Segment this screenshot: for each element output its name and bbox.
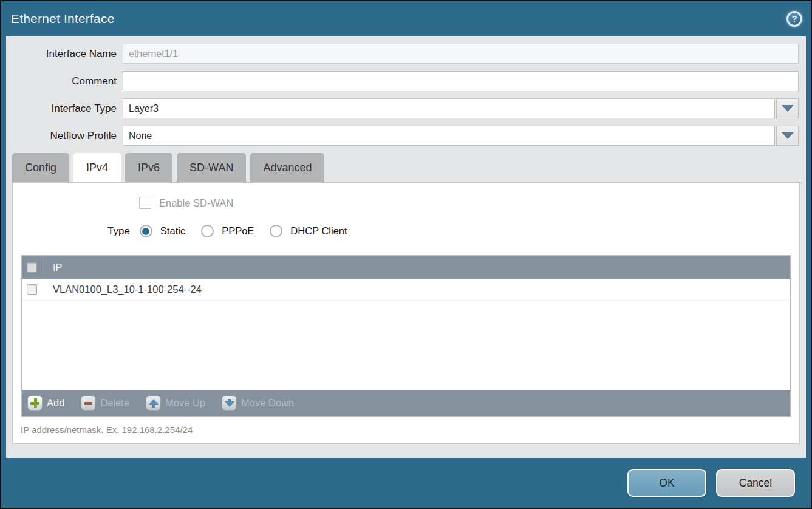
delete-button-label: Delete [100, 397, 129, 409]
type-radio-group: Type Static PPPoE DHCP Client [13, 225, 799, 237]
move-up-button-label: Move Up [165, 397, 205, 409]
chevron-down-icon [782, 132, 794, 139]
move-down-button: Move Down [222, 395, 294, 411]
netflow-profile-field[interactable] [123, 126, 775, 146]
radio-static-label[interactable]: Static [160, 225, 185, 237]
dialog-footer: OK Cancel [1, 458, 811, 508]
ethernet-interface-dialog: Ethernet Interface ? Interface Name Comm… [0, 0, 812, 509]
enable-sdwan-row: Enable SD-WAN [139, 183, 799, 209]
tab-advanced[interactable]: Advanced [250, 153, 324, 182]
tab-config[interactable]: Config [12, 153, 69, 182]
dialog-titlebar: Ethernet Interface ? [1, 1, 811, 36]
arrow-down-icon [222, 395, 237, 411]
ip-format-hint: IP address/netmask. Ex. 192.168.2.254/24 [21, 425, 799, 435]
move-down-button-label: Move Down [241, 397, 294, 409]
radio-pppoe-label[interactable]: PPPoE [222, 225, 254, 237]
ip-cell: VLAN0100_L3_10-1-100-254--24 [53, 284, 202, 295]
ipv4-tab-panel: Enable SD-WAN Type Static PPPoE DHCP Cli… [12, 182, 800, 444]
tab-sdwan[interactable]: SD-WAN [177, 153, 246, 182]
type-label: Type [107, 225, 130, 237]
netflow-profile-dropdown-button[interactable] [776, 126, 799, 146]
add-button-label: Add [47, 397, 64, 409]
column-divider [43, 256, 43, 279]
radio-selected-dot [142, 228, 149, 235]
form-row-comment: Comment [6, 71, 806, 91]
chevron-down-icon [782, 105, 794, 112]
enable-sdwan-checkbox [139, 197, 151, 209]
cancel-button[interactable]: Cancel [716, 469, 795, 497]
ok-button[interactable]: OK [627, 469, 706, 497]
dialog-body: Interface Name Comment Interface Type [6, 36, 806, 458]
move-up-button: Move Up [146, 395, 205, 411]
tab-strip: Config IPv4 IPv6 SD-WAN Advanced [6, 153, 806, 182]
interface-name-field [123, 44, 799, 64]
ip-table-toolbar: Add Delete Move Up Move Down [22, 390, 790, 416]
radio-static[interactable] [140, 225, 152, 237]
tab-ipv6[interactable]: IPv6 [125, 153, 172, 182]
dialog-title: Ethernet Interface [11, 12, 115, 26]
ip-table-header: IP [22, 256, 790, 279]
comment-field[interactable] [123, 71, 799, 91]
form-row-interface-type: Interface Type [6, 98, 806, 118]
add-button[interactable]: Add [27, 395, 64, 411]
interface-type-label: Interface Type [6, 103, 123, 115]
tab-ipv4[interactable]: IPv4 [73, 153, 121, 182]
help-icon[interactable]: ? [786, 11, 802, 27]
delete-button: Delete [81, 395, 129, 411]
interface-form: Interface Name Comment Interface Type [6, 36, 806, 146]
interface-name-label: Interface Name [6, 48, 123, 60]
minus-icon [81, 395, 96, 411]
form-row-interface-name: Interface Name [6, 44, 806, 64]
table-row[interactable]: VLAN0100_L3_10-1-100-254--24 [22, 279, 790, 301]
select-all-checkbox[interactable] [27, 262, 37, 273]
plus-icon [27, 395, 43, 411]
comment-label: Comment [6, 75, 123, 87]
radio-dhcp-client-label[interactable]: DHCP Client [290, 225, 347, 237]
ip-column-header: IP [53, 262, 63, 273]
form-row-netflow-profile: Netflow Profile [6, 126, 806, 146]
radio-dhcp-client[interactable] [270, 225, 282, 237]
interface-type-field[interactable] [123, 98, 775, 118]
netflow-profile-label: Netflow Profile [6, 130, 123, 142]
ip-table-body: VLAN0100_L3_10-1-100-254--24 [22, 279, 790, 390]
radio-pppoe[interactable] [201, 225, 214, 237]
enable-sdwan-label: Enable SD-WAN [159, 197, 233, 209]
row-checkbox[interactable] [27, 284, 37, 295]
ip-address-table: IP VLAN0100_L3_10-1-100-254--24 Add [21, 255, 791, 417]
arrow-up-icon [146, 395, 161, 411]
interface-type-dropdown-button[interactable] [776, 98, 799, 118]
